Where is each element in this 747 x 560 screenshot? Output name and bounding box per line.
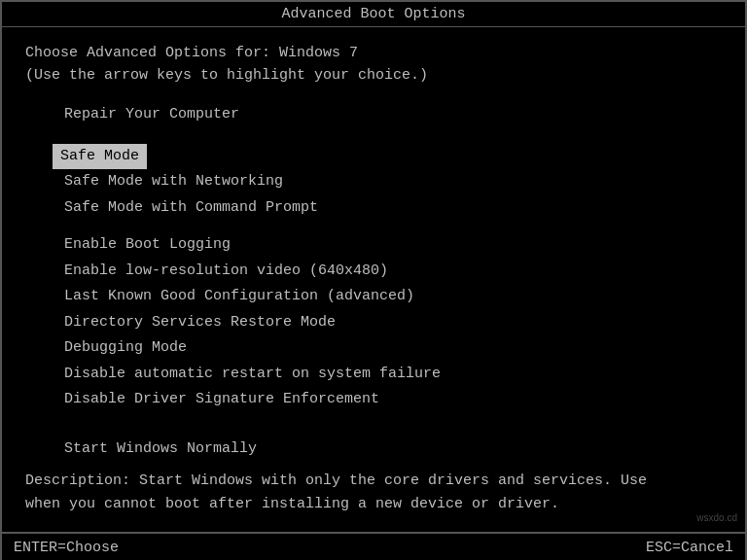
title-bar: Advanced Boot Options	[2, 2, 745, 27]
enter-choose-label: ENTER=Choose	[14, 540, 119, 556]
menu-item-disable-restart[interactable]: Disable automatic restart on system fail…	[60, 362, 722, 388]
description-line1: Description: Start Windows with only the…	[25, 470, 722, 493]
description-text: Description: Start Windows with only the…	[25, 462, 722, 524]
advanced-options-group: Enable Boot Logging Enable low-resolutio…	[25, 232, 722, 413]
description-line2: when you cannot boot after installing a …	[25, 493, 722, 516]
bottom-bar: ENTER=Choose ESC=Cancel	[2, 532, 745, 560]
menu-item-last-known-good[interactable]: Last Known Good Configuration (advanced)	[60, 284, 722, 310]
title-text: Advanced Boot Options	[281, 6, 465, 22]
safe-mode-group: Safe Mode Safe Mode with Networking Safe…	[25, 144, 722, 222]
menu-item-safe-mode[interactable]: Safe Mode	[53, 144, 147, 170]
menu-item-directory-services[interactable]: Directory Services Restore Mode	[60, 310, 722, 336]
esc-cancel-label: ESC=Cancel	[646, 540, 733, 556]
main-content: Choose Advanced Options for: Windows 7 (…	[2, 27, 745, 532]
menu-item-safe-mode-networking[interactable]: Safe Mode with Networking	[60, 169, 722, 195]
intro-line2: (Use the arrow keys to highlight your ch…	[25, 65, 722, 88]
bios-screen: Advanced Boot Options Choose Advanced Op…	[0, 0, 747, 560]
menu-item-start-normally[interactable]: Start Windows Normally	[60, 437, 722, 463]
intro-text: Choose Advanced Options for: Windows 7 (…	[25, 43, 722, 87]
repair-option[interactable]: Repair Your Computer	[60, 102, 722, 128]
menu-item-disable-driver-sig[interactable]: Disable Driver Signature Enforcement	[60, 387, 722, 413]
watermark: wsxdo.cd	[696, 512, 737, 523]
menu-item-boot-logging[interactable]: Enable Boot Logging	[60, 232, 722, 259]
menu-item-safe-mode-cmd[interactable]: Safe Mode with Command Prompt	[60, 195, 722, 222]
menu-item-debugging-mode[interactable]: Debugging Mode	[60, 335, 722, 362]
intro-line1: Choose Advanced Options for: Windows 7	[25, 43, 722, 65]
menu-item-low-res-video[interactable]: Enable low-resolution video (640x480)	[60, 259, 722, 285]
